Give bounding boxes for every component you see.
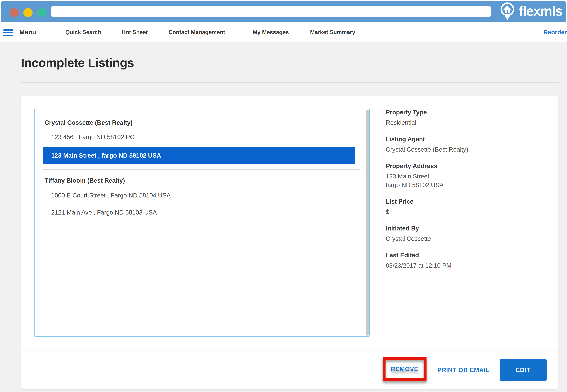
detail-value: Crystal Cossette xyxy=(386,234,551,243)
print-or-email-button[interactable]: PRINT OR EMAIL xyxy=(438,359,489,381)
remove-highlight-annotation: REMOVE xyxy=(383,357,426,381)
title-divider xyxy=(21,82,559,83)
logo-wordmark: flexmls xyxy=(519,3,562,19)
detail-label: Listing Agent xyxy=(386,135,551,143)
reorder-link[interactable]: Reorder xyxy=(543,22,567,42)
detail-value: Residential xyxy=(386,118,551,127)
edit-button[interactable]: EDIT xyxy=(500,359,547,381)
detail-value: 03/23/2017 at 12:10 PM xyxy=(386,261,551,270)
footer-divider xyxy=(21,350,558,350)
nav-quick-search[interactable]: Quick Search xyxy=(65,22,101,42)
detail-label: Initiated By xyxy=(386,224,551,232)
nav-my-messages[interactable]: My Messages xyxy=(253,22,289,42)
detail-last-edited: Last Edited 03/23/2017 at 12:10 PM xyxy=(386,251,551,270)
detail-label: Property Type xyxy=(386,108,551,116)
incomplete-listings-card: Crystal Cossette (Best Realty) 123 456 ,… xyxy=(21,96,559,390)
window-minimize-button[interactable] xyxy=(23,8,33,17)
window-close-button[interactable] xyxy=(10,8,19,17)
nav-contact-management[interactable]: Contact Management xyxy=(168,22,225,42)
nav-market-summary[interactable]: Market Summary xyxy=(310,22,355,42)
flexmls-pin-icon xyxy=(498,2,516,23)
detail-listing-agent: Listing Agent Crystal Cossette (Best Rea… xyxy=(386,135,551,154)
address-bar[interactable] xyxy=(51,6,491,17)
nav-hot-sheet[interactable]: Hot Sheet xyxy=(122,22,148,42)
detail-label: List Price xyxy=(386,197,551,206)
incomplete-listings-page: { "brand": { "logo_text": "flexmls" }, "… xyxy=(0,0,567,392)
detail-property-address: Property Address 123 Main Street fargo N… xyxy=(386,162,551,189)
detail-value: fargo ND 58102 USA xyxy=(386,181,551,189)
browser-chrome: flexmls xyxy=(0,0,567,22)
agent-group-header: Tiffany Bloom (Best Realty) xyxy=(45,177,125,185)
listing-row[interactable]: 2121 Main Ave , Fargo ND 58103 USA xyxy=(51,208,157,216)
flexmls-logo: flexmls xyxy=(498,1,562,22)
detail-label: Last Edited xyxy=(386,251,551,259)
group-divider xyxy=(43,169,361,170)
listing-row[interactable]: 1000 E Court Street , Fargo ND 58104 USA xyxy=(51,191,171,199)
detail-list-price: List Price $ xyxy=(386,197,551,216)
detail-label: Property Address xyxy=(386,162,551,170)
listing-details-panel: Property Type Residential Listing Agent … xyxy=(386,108,551,278)
listing-row[interactable]: 123 456 , Fargo ND 58102 PO xyxy=(51,133,135,141)
hamburger-menu-icon[interactable] xyxy=(3,29,14,37)
menu-button[interactable]: Menu xyxy=(19,22,36,42)
detail-value: $ xyxy=(386,208,551,216)
detail-value: Crystal Cossette (Best Realty) xyxy=(386,145,551,154)
detail-initiated-by: Initiated By Crystal Cossette xyxy=(386,224,551,243)
window-zoom-button[interactable] xyxy=(37,8,47,17)
detail-value: 123 Main Street xyxy=(386,172,551,181)
listing-row-selected[interactable]: 123 Main Street , fargo ND 58102 USA xyxy=(43,147,355,164)
page-title: Incomplete Listings xyxy=(21,56,134,70)
selected-listing-address: 123 Main Street , fargo ND 58102 USA xyxy=(51,152,161,159)
main-menu-bar: Menu Quick Search Hot Sheet Contact Mana… xyxy=(0,22,567,42)
browser-title-bar: flexmls xyxy=(1,1,566,22)
listings-listbox[interactable]: Crystal Cossette (Best Realty) 123 456 ,… xyxy=(34,109,370,337)
detail-property-type: Property Type Residential xyxy=(386,108,551,127)
menu-divider xyxy=(54,22,54,42)
remove-button[interactable]: REMOVE xyxy=(391,365,418,373)
agent-group-header: Crystal Cossette (Best Realty) xyxy=(45,119,132,127)
listbox-scrollbar[interactable] xyxy=(366,110,369,336)
